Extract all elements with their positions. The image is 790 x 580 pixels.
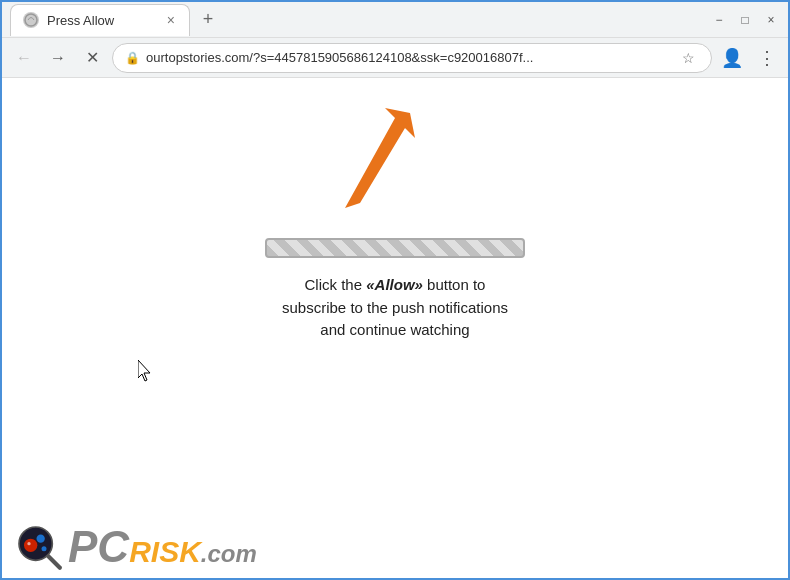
svg-point-8 (42, 546, 47, 551)
arrow-container (315, 98, 445, 232)
tab-title: Press Allow (47, 13, 157, 28)
menu-icon[interactable]: ⋮ (752, 44, 780, 72)
svg-point-9 (27, 542, 30, 545)
progress-area: Click the «Allow» button to subscribe to… (255, 238, 535, 342)
profile-icon[interactable]: 👤 (718, 44, 746, 72)
pcrisk-logo: PC RISK .com (14, 522, 257, 572)
pcrisk-text-logo: PC RISK .com (68, 522, 257, 572)
close-window-button[interactable]: × (762, 11, 780, 29)
tab-area: Press Allow × + (10, 4, 710, 36)
orange-arrow-icon (315, 98, 445, 228)
svg-marker-3 (138, 360, 150, 381)
svg-point-7 (37, 535, 45, 543)
tab-close-button[interactable]: × (165, 12, 177, 28)
browser-tab[interactable]: Press Allow × (10, 4, 190, 36)
svg-point-0 (25, 14, 37, 26)
title-bar: Press Allow × + − □ × (2, 2, 788, 38)
allow-text: «Allow» (366, 276, 423, 293)
url-text: ourtopstories.com/?s=4457815905686124108… (146, 50, 672, 65)
page-message: Click the «Allow» button to subscribe to… (255, 274, 535, 342)
svg-marker-2 (345, 108, 415, 208)
pcrisk-logo-icon (14, 522, 64, 572)
address-bar[interactable]: 🔒 ourtopstories.com/?s=44578159056861241… (112, 43, 712, 73)
svg-line-4 (47, 555, 60, 568)
reload-button[interactable]: ✕ (78, 44, 106, 72)
tab-favicon (23, 12, 39, 28)
minimize-button[interactable]: − (710, 11, 728, 29)
new-tab-button[interactable]: + (194, 6, 222, 34)
toolbar: ← → ✕ 🔒 ourtopstories.com/?s=44578159056… (2, 38, 788, 78)
lock-icon: 🔒 (125, 51, 140, 65)
back-button[interactable]: ← (10, 44, 38, 72)
mouse-cursor (138, 360, 150, 378)
window-controls: − □ × (710, 11, 780, 29)
maximize-button[interactable]: □ (736, 11, 754, 29)
risk-text: RISK (129, 535, 201, 569)
bookmark-icon[interactable]: ☆ (678, 48, 699, 68)
page-content: Click the «Allow» button to subscribe to… (2, 78, 788, 580)
svg-point-6 (24, 539, 37, 552)
message-part1: Click the (305, 276, 367, 293)
progress-bar (265, 238, 525, 258)
dotcom-text: .com (201, 540, 257, 568)
pc-text: PC (68, 522, 129, 572)
forward-button[interactable]: → (44, 44, 72, 72)
